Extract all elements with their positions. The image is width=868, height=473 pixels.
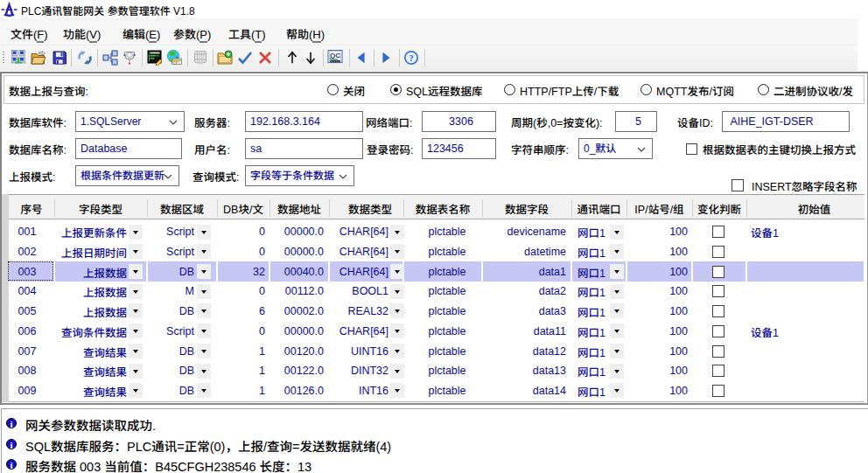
svg-text:QC: QC: [330, 52, 340, 59]
svg-text:?: ?: [409, 52, 414, 63]
